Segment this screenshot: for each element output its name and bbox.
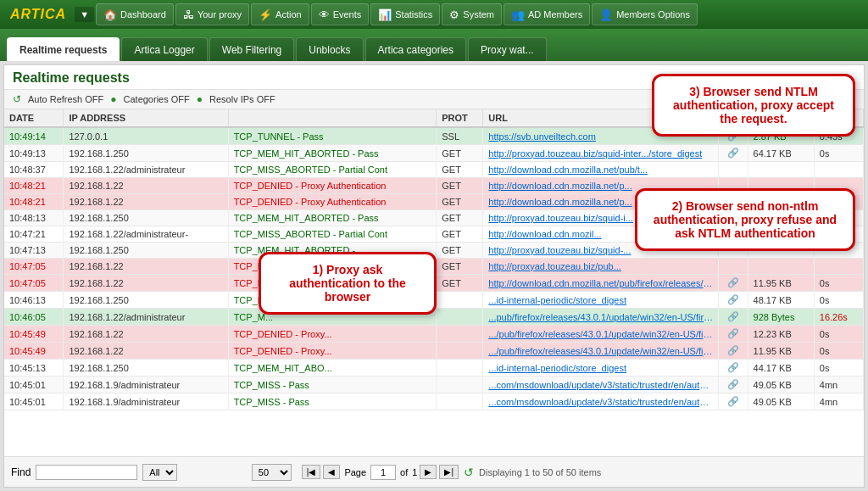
nav-members-label: Members Options bbox=[616, 9, 690, 20]
cell-prot bbox=[437, 292, 483, 309]
page-number-input[interactable] bbox=[370, 465, 396, 480]
cell-date: 10:49:13 bbox=[4, 145, 64, 162]
table-row: 10:45:13 192.168.1.250 TCP_MEM_HIT_ABO..… bbox=[4, 360, 864, 377]
table-row: 10:49:13 192.168.1.250 TCP_MEM_HIT_ABORT… bbox=[4, 145, 864, 162]
cell-size bbox=[748, 162, 814, 178]
cell-url[interactable]: ...id-internal-periodic/store_digest bbox=[483, 292, 719, 309]
cell-date: 10:48:37 bbox=[4, 162, 64, 178]
cell-type: TCP_MISS - Pass bbox=[228, 393, 437, 410]
cell-url[interactable]: .../pub/firefox/releases/43.0.1/update/w… bbox=[483, 343, 719, 360]
brand-logo: ARTICA bbox=[3, 7, 73, 22]
cell-url[interactable]: http://proxyad.touzeau.biz/squid-inter..… bbox=[483, 145, 719, 162]
cell-time: 0s bbox=[814, 326, 863, 343]
tab-unblocks[interactable]: Unblocks bbox=[296, 37, 363, 61]
cell-prot: GET bbox=[437, 194, 483, 210]
col-date: DATE bbox=[4, 109, 64, 127]
nav-system[interactable]: ⚙ System bbox=[442, 3, 502, 25]
cell-date: 10:48:21 bbox=[4, 194, 64, 210]
nav-action[interactable]: ⚡ Action bbox=[251, 3, 309, 25]
next-page-btn[interactable]: ▶ bbox=[420, 465, 437, 479]
page-controls: |◀ ◀ Page of 1 ▶ ▶| bbox=[302, 465, 459, 480]
cell-url[interactable]: ...id-internal-periodic/store_digest bbox=[483, 360, 719, 377]
table-row: 10:45:49 192.168.1.22 TCP_DENIED - Proxy… bbox=[4, 326, 864, 343]
cell-icon: 🔗 bbox=[719, 309, 748, 326]
per-page-select[interactable]: 50 25 100 bbox=[252, 464, 292, 481]
col-type bbox=[228, 109, 437, 127]
sub-nav: Realtime requests Artica Logger Web Filt… bbox=[0, 29, 868, 61]
cell-prot bbox=[437, 360, 483, 377]
cell-date: 10:45:49 bbox=[4, 326, 64, 343]
table-row: 10:45:01 192.168.1.9/administrateur TCP_… bbox=[4, 393, 864, 410]
cell-icon bbox=[719, 162, 748, 178]
cell-type: TCP_DENIED - Proxy Authentication bbox=[228, 194, 437, 210]
cell-date: 10:47:05 bbox=[4, 259, 64, 275]
nav-events[interactable]: 👁 Events bbox=[311, 3, 370, 25]
cell-icon: 🔗 bbox=[719, 343, 748, 360]
cell-url[interactable]: http://proxyad.touzeau.biz/pub... bbox=[483, 259, 719, 275]
cell-time: 0s bbox=[814, 343, 863, 360]
cell-ip: 192.168.1.9/administrateur bbox=[64, 393, 228, 410]
display-info: Displaying 1 to 50 of 50 items bbox=[479, 467, 601, 477]
cell-icon: 🔗 bbox=[719, 145, 748, 162]
cell-url[interactable]: ...pub/firefox/releases/43.0.1/update/wi… bbox=[483, 309, 719, 326]
nav-proxy-label: Your proxy bbox=[198, 9, 242, 20]
system-icon: ⚙ bbox=[449, 8, 459, 21]
cell-ip: 192.168.1.250 bbox=[64, 243, 228, 259]
find-select[interactable]: All bbox=[142, 464, 177, 481]
events-icon: 👁 bbox=[319, 8, 330, 21]
auto-refresh-toggle[interactable]: Auto Refresh OFF bbox=[28, 94, 103, 104]
cell-type: TCP_MISS_ABORTED - Partial Cont bbox=[228, 162, 437, 178]
tab-web-filtering[interactable]: Web Filtering bbox=[209, 37, 294, 61]
last-page-btn[interactable]: ▶| bbox=[439, 465, 459, 479]
cell-prot bbox=[437, 377, 483, 393]
cell-ip: 127.0.0.1 bbox=[64, 127, 228, 145]
cell-type: TCP_MEM_HIT_ABORTED - Pass bbox=[228, 210, 437, 226]
cell-date: 10:47:05 bbox=[4, 275, 64, 292]
cell-time: 4mn bbox=[814, 377, 863, 393]
cell-prot bbox=[437, 393, 483, 410]
nav-system-label: System bbox=[463, 9, 494, 20]
find-input[interactable] bbox=[36, 465, 137, 480]
action-icon: ⚡ bbox=[259, 8, 272, 21]
refresh-icon[interactable]: ↺ bbox=[464, 466, 474, 479]
cell-type: TCP_MEM_HIT_ABORTED - Pass bbox=[228, 145, 437, 162]
categories-toggle[interactable]: Categories OFF bbox=[124, 94, 190, 104]
cell-ip: 192.168.1.22/administrateur- bbox=[64, 226, 228, 243]
tab-artica-categories[interactable]: Artica categories bbox=[365, 37, 466, 61]
cell-prot bbox=[437, 309, 483, 326]
cell-icon: 🔗 bbox=[719, 377, 748, 393]
tab-realtime-requests[interactable]: Realtime requests bbox=[7, 37, 120, 61]
nav-dropdown[interactable]: ▼ bbox=[75, 7, 94, 22]
cell-url[interactable]: .../pub/firefox/releases/43.0.1/update/w… bbox=[483, 326, 719, 343]
cell-prot bbox=[437, 326, 483, 343]
nav-ad-members[interactable]: 👥 AD Members bbox=[504, 3, 590, 25]
cell-size bbox=[748, 259, 814, 275]
statistics-icon: 📊 bbox=[378, 8, 392, 21]
cell-type: TCP_DENIED - Proxy... bbox=[228, 326, 437, 343]
cell-ip: 192.168.1.22 bbox=[64, 178, 228, 194]
tab-artica-logger[interactable]: Artica Logger bbox=[121, 37, 207, 61]
first-page-btn[interactable]: |◀ bbox=[302, 465, 321, 479]
cell-size: 64.17 KB bbox=[748, 145, 814, 162]
cell-icon bbox=[719, 259, 748, 275]
tab-proxy-wat[interactable]: Proxy wat... bbox=[468, 37, 547, 61]
callout-3: 3) Browser send NTLM authentication, pro… bbox=[652, 74, 855, 137]
nav-your-proxy[interactable]: 🖧 Your proxy bbox=[175, 3, 249, 25]
cell-url[interactable]: ...com/msdownload/update/v3/static/trust… bbox=[483, 393, 719, 410]
nav-statistics[interactable]: 📊 Statistics bbox=[370, 3, 440, 25]
cell-type: TCP_TUNNEL - Pass bbox=[228, 127, 437, 145]
categories-icon: ● bbox=[110, 93, 116, 105]
cell-url[interactable]: http://download.cdn.mozilla.net/pub/t... bbox=[483, 162, 719, 178]
nav-dashboard[interactable]: 🏠 Dashboard bbox=[96, 3, 174, 25]
cell-url[interactable]: http://download.cdn.mozilla.net/pub/fire… bbox=[483, 275, 719, 292]
resolv-toggle[interactable]: Resolv IPs OFF bbox=[209, 94, 275, 104]
cell-prot: GET bbox=[437, 259, 483, 275]
nav-members-options[interactable]: 👤 Members Options bbox=[592, 3, 698, 25]
nav-events-label: Events bbox=[333, 9, 362, 20]
cell-ip: 192.168.1.22/administrateur bbox=[64, 162, 228, 178]
cell-prot: GET bbox=[437, 162, 483, 178]
cell-url[interactable]: ...com/msdownload/update/v3/static/trust… bbox=[483, 377, 719, 393]
cell-date: 10:46:05 bbox=[4, 309, 64, 326]
prev-page-btn[interactable]: ◀ bbox=[323, 465, 340, 479]
cell-size: 12.23 KB bbox=[748, 326, 814, 343]
